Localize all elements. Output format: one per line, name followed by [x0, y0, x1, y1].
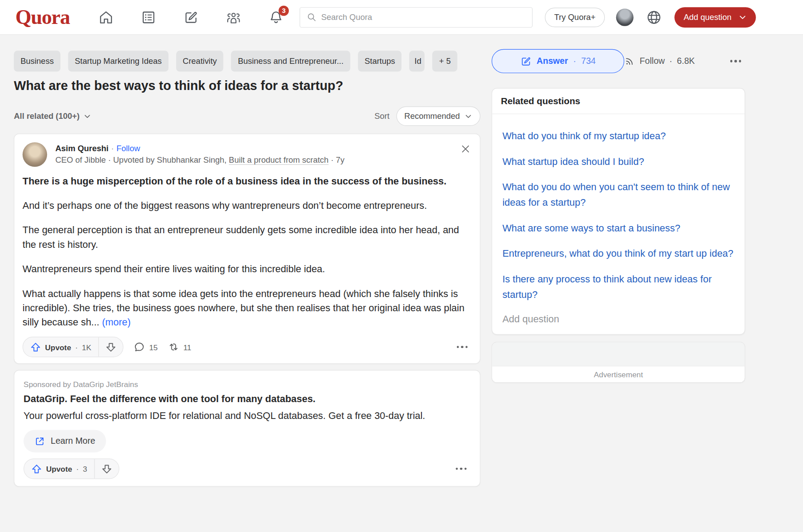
upvote-button[interactable]: Upvote · 3: [24, 459, 94, 478]
upvote-button[interactable]: Upvote · 1K: [23, 337, 98, 357]
credential-time: · 7y: [329, 156, 345, 164]
quora-logo[interactable]: Quora: [16, 7, 70, 27]
language-button[interactable]: [646, 9, 662, 25]
following-feed-button[interactable]: [141, 9, 157, 25]
answer-card: Asim Qureshi·Follow CEO of Jibble · Upvo…: [14, 133, 480, 364]
add-question-button[interactable]: Add question: [674, 7, 756, 27]
credential-link[interactable]: Built a product from scratch: [229, 156, 329, 164]
more-topics-chip[interactable]: + 5: [433, 51, 457, 71]
separator-dot: ·: [573, 56, 576, 66]
chevron-down-icon: [83, 112, 91, 120]
sort-controls: Sort Recommended: [374, 106, 480, 126]
topic-chip-business-entrepreneurship[interactable]: Business and Entrepreneur...: [231, 51, 350, 71]
answer-header: Asim Qureshi·Follow CEO of Jibble · Upvo…: [23, 142, 472, 167]
pencil-square-icon: [183, 9, 199, 25]
downvote-button[interactable]: [99, 337, 123, 357]
answer-paragraph: There is a huge misperception of the rol…: [23, 174, 472, 188]
spaces-button[interactable]: [226, 9, 241, 25]
home-button[interactable]: [98, 9, 114, 25]
chevron-down-icon: [739, 13, 747, 21]
answer-paragraph: What actually happens is that some idea …: [23, 286, 472, 329]
related-question-link[interactable]: What do you do when you can't seem to th…: [502, 180, 734, 210]
related-question-link[interactable]: What do you think of my startup idea?: [502, 129, 734, 144]
sort-value: Recommended: [404, 112, 460, 121]
external-link-icon: [34, 436, 45, 446]
try-quora-plus-button[interactable]: Try Quora+: [545, 8, 605, 27]
user-avatar[interactable]: [616, 8, 634, 26]
related-question-link[interactable]: What are some ways to start a business?: [502, 221, 734, 236]
notification-badge: 3: [279, 5, 289, 16]
sort-label: Sort: [374, 112, 390, 121]
related-filter-label: All related (100+): [14, 112, 79, 121]
top-nav: Quora: [0, 0, 803, 35]
credential-text: CEO of Jibble · Upvoted by Shubhankar Si…: [55, 156, 229, 164]
vote-pill: Upvote · 1K: [23, 337, 124, 357]
separator-dot: ·: [111, 144, 114, 153]
related-filter-dropdown[interactable]: All related (100+): [14, 112, 91, 121]
share-count: 11: [183, 343, 191, 352]
more-options-button[interactable]: [452, 464, 471, 474]
topic-chip-business[interactable]: Business: [14, 51, 60, 71]
learn-more-button[interactable]: Learn More: [24, 430, 106, 453]
upvote-label: Upvote: [46, 465, 72, 473]
follow-question-button[interactable]: Follow · 6.8K: [624, 56, 695, 66]
upvote-count: 1K: [82, 343, 91, 352]
upvote-icon: [30, 342, 41, 352]
question-actions: Answer · 734 Follow · 6.8K: [492, 49, 745, 73]
chevron-down-icon: [464, 112, 472, 120]
more-link[interactable]: (more): [102, 317, 131, 328]
answer-question-button[interactable]: Answer · 734: [492, 49, 624, 73]
related-question-link[interactable]: What startup idea should I build?: [502, 154, 734, 169]
notifications-button[interactable]: 3: [268, 9, 284, 25]
follow-author-link[interactable]: Follow: [116, 144, 140, 153]
answer-paragraph: Wantrepreneurs spend their entire lives …: [23, 262, 472, 276]
share-button[interactable]: 11: [168, 341, 191, 352]
ad-slot[interactable]: [492, 342, 744, 366]
upvote-label: Upvote: [45, 343, 71, 352]
list-icon: [141, 9, 157, 25]
topic-chip-startup-marketing[interactable]: Startup Marketing Ideas: [68, 51, 168, 71]
related-questions-card: Related questions What do you think of m…: [492, 88, 745, 335]
sponsored-label: Sponsored by DataGrip JetBrains: [24, 380, 471, 389]
more-options-button[interactable]: [453, 342, 472, 352]
dismiss-answer-button[interactable]: [459, 143, 472, 156]
topic-chip-creativity[interactable]: Creativity: [176, 51, 224, 71]
question-title: What are the best ways to think of ideas…: [14, 77, 403, 94]
question-more-button[interactable]: [726, 56, 745, 66]
comments-button[interactable]: 15: [134, 341, 158, 352]
related-question-link[interactable]: Entrepreneurs, what do you think of my s…: [502, 246, 734, 262]
sponsored-actions: Upvote · 3: [24, 458, 471, 479]
search-input[interactable]: [321, 12, 526, 22]
globe-icon: [646, 9, 662, 25]
sort-dropdown[interactable]: Recommended: [396, 106, 480, 126]
separator-dot: ·: [75, 343, 78, 352]
author-avatar[interactable]: [23, 142, 47, 167]
search-icon: [306, 12, 317, 23]
answer-nav-button[interactable]: [183, 9, 199, 25]
author-name[interactable]: Asim Qureshi: [55, 144, 109, 153]
downvote-icon: [106, 342, 116, 352]
downvote-icon: [102, 463, 112, 474]
answer-actions: Upvote · 1K 15: [23, 337, 472, 357]
nav-icons: 3: [98, 9, 284, 25]
answer-button-label: Answer: [536, 56, 568, 66]
sidebar: Answer · 734 Follow · 6.8K Rel: [492, 49, 745, 487]
search-box: [299, 7, 532, 27]
sponsored-title[interactable]: DataGrip. Feel the difference with one t…: [24, 394, 471, 405]
downvote-button[interactable]: [95, 459, 119, 478]
author-credential: CEO of Jibble · Upvoted by Shubhankar Si…: [55, 156, 345, 165]
separator-dot: ·: [76, 465, 79, 473]
learn-more-label: Learn More: [51, 436, 95, 446]
topic-chip-truncated[interactable]: Id: [409, 51, 425, 71]
comment-icon: [134, 341, 145, 352]
topic-chip-startups[interactable]: Startups: [358, 51, 402, 71]
add-question-link[interactable]: Add question: [502, 314, 734, 325]
home-icon: [98, 9, 114, 25]
answer-body: There is a huge misperception of the rol…: [23, 174, 472, 329]
comment-count: 15: [149, 343, 157, 352]
sponsored-card: Sponsored by DataGrip JetBrains DataGrip…: [14, 370, 480, 487]
follow-count: 6.8K: [677, 56, 695, 66]
related-question-link[interactable]: Is there any process to think about new …: [502, 272, 734, 302]
answer-count: 734: [581, 56, 596, 66]
topic-tags: Business Startup Marketing Ideas Creativ…: [14, 51, 480, 71]
